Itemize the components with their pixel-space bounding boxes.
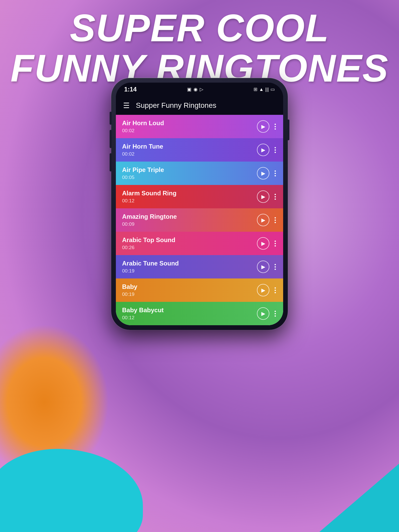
dot — [275, 287, 276, 289]
phone-frame: 1:14 ▣ ◉ ▷ ⊞ ▲ ||| ▭ ☰ Supper Funny Ring… — [111, 78, 288, 330]
ringtone-item-2[interactable]: Air Horn Tune 00:02 ▶ — [116, 138, 283, 162]
dot — [275, 266, 276, 268]
ringtone-item-1[interactable]: Air Horn Loud 00:02 ▶ — [116, 115, 283, 138]
play-button-9[interactable]: ▶ — [257, 307, 269, 320]
dot — [275, 152, 276, 153]
app-toolbar: ☰ Supper Funny Ringtones — [116, 96, 283, 115]
dot — [275, 194, 276, 195]
hero-title: SUPER COOL FUNNY RINGTONES — [0, 8, 399, 89]
dot — [275, 311, 276, 312]
camera-icon: ◉ — [194, 87, 198, 92]
ringtone-item-7[interactable]: Arabic Tune Sound 00:19 ▶ — [116, 255, 283, 278]
dot — [275, 170, 276, 172]
phone-volume-down — [110, 153, 112, 171]
more-button-6[interactable] — [274, 240, 277, 248]
sim-icon: ⊞ — [254, 87, 257, 92]
dot — [275, 269, 276, 270]
ringtone-duration-8: 00:19 — [122, 291, 257, 297]
dot — [275, 222, 276, 223]
ringtone-name-9: Baby Babycut — [122, 307, 257, 314]
ringtone-actions-1: ▶ — [257, 120, 277, 133]
phone-volume-up — [110, 130, 112, 148]
ringtone-item-8[interactable]: Baby 00:19 ▶ — [116, 278, 283, 302]
status-right-icons: ⊞ ▲ ||| ▭ — [254, 87, 275, 92]
dot — [275, 124, 276, 125]
ringtone-name-7: Arabic Tune Sound — [122, 260, 257, 267]
ringtone-info-5: Amazing Ringtone 00:09 — [122, 213, 257, 227]
ringtone-actions-8: ▶ — [257, 284, 277, 296]
play-button-7[interactable]: ▶ — [257, 261, 269, 273]
ringtone-duration-6: 00:26 — [122, 245, 257, 250]
ringtone-actions-3: ▶ — [257, 167, 277, 179]
ringtone-actions-5: ▶ — [257, 214, 277, 226]
ringtone-duration-2: 00:02 — [122, 151, 257, 157]
more-button-2[interactable] — [274, 146, 277, 154]
play-button-2[interactable]: ▶ — [257, 144, 269, 156]
ringtone-info-6: Arabic Top Sound 00:26 — [122, 236, 257, 250]
phone-power-button — [287, 119, 289, 140]
more-button-3[interactable] — [274, 169, 277, 177]
signal-icon: ||| — [265, 87, 269, 92]
dot — [275, 241, 276, 242]
more-button-1[interactable] — [274, 123, 277, 131]
ringtone-info-1: Air Horn Loud 00:02 — [122, 119, 257, 134]
ringtone-list: Air Horn Loud 00:02 ▶ Air Horn — [116, 115, 283, 325]
ringtone-actions-9: ▶ — [257, 307, 277, 320]
dot — [275, 315, 276, 317]
ringtone-actions-7: ▶ — [257, 261, 277, 273]
cast-icon: ▷ — [200, 87, 203, 92]
app-bar-title: Supper Funny Ringtones — [136, 101, 216, 110]
ringtone-item-4[interactable]: Alarm Sound Ring 00:12 ▶ — [116, 185, 283, 208]
wifi-icon: ▲ — [259, 87, 264, 92]
status-left-icons: ▣ ◉ ▷ — [187, 87, 203, 92]
title-line1: SUPER COOL — [0, 8, 399, 48]
dot — [275, 147, 276, 148]
ringtone-actions-6: ▶ — [257, 237, 277, 250]
ringtone-duration-7: 00:19 — [122, 268, 257, 274]
dot — [275, 220, 276, 221]
dot — [275, 292, 276, 293]
ringtone-info-9: Baby Babycut 00:12 — [122, 307, 257, 321]
ringtone-duration-1: 00:02 — [122, 128, 257, 134]
phone-volume-silent — [110, 112, 112, 125]
dot — [275, 175, 276, 176]
play-button-4[interactable]: ▶ — [257, 190, 269, 203]
ringtone-item-6[interactable]: Arabic Top Sound 00:26 ▶ — [116, 232, 283, 255]
play-button-8[interactable]: ▶ — [257, 284, 269, 296]
dot — [275, 196, 276, 197]
menu-icon[interactable]: ☰ — [123, 101, 130, 110]
phone-screen: 1:14 ▣ ◉ ▷ ⊞ ▲ ||| ▭ ☰ Supper Funny Ring… — [116, 83, 283, 325]
more-button-4[interactable] — [274, 193, 277, 201]
dot — [275, 128, 276, 130]
ringtone-info-4: Alarm Sound Ring 00:12 — [122, 190, 257, 204]
dot — [275, 243, 276, 244]
dot — [275, 313, 276, 314]
ringtone-info-8: Baby 00:19 — [122, 283, 257, 297]
ringtone-item-3[interactable]: Air Pipe Triple 00:05 ▶ — [116, 162, 283, 185]
ringtone-info-7: Arabic Tune Sound 00:19 — [122, 260, 257, 274]
ringtone-name-5: Amazing Ringtone — [122, 213, 257, 220]
play-button-3[interactable]: ▶ — [257, 167, 269, 179]
ringtone-item-5[interactable]: Amazing Ringtone 00:09 ▶ — [116, 208, 283, 232]
more-button-5[interactable] — [274, 216, 277, 224]
ringtone-name-6: Arabic Top Sound — [122, 236, 257, 244]
dot — [275, 173, 276, 174]
ringtone-name-2: Air Horn Tune — [122, 143, 257, 150]
ringtone-item-9[interactable]: Baby Babycut 00:12 ▶ — [116, 302, 283, 325]
more-button-8[interactable] — [274, 286, 277, 294]
ringtone-name-3: Air Pipe Triple — [122, 166, 257, 174]
more-button-7[interactable] — [274, 263, 277, 271]
dot — [275, 245, 276, 247]
dot — [275, 198, 276, 200]
more-button-9[interactable] — [274, 310, 277, 318]
phone-mockup: 1:14 ▣ ◉ ▷ ⊞ ▲ ||| ▭ ☰ Supper Funny Ring… — [111, 78, 288, 330]
dot — [275, 217, 276, 218]
ringtone-duration-3: 00:05 — [122, 175, 257, 180]
ringtone-duration-4: 00:12 — [122, 198, 257, 204]
play-button-5[interactable]: ▶ — [257, 214, 269, 226]
ringtone-name-4: Alarm Sound Ring — [122, 190, 257, 197]
dot — [275, 264, 276, 265]
play-button-1[interactable]: ▶ — [257, 120, 269, 133]
ringtone-actions-2: ▶ — [257, 144, 277, 156]
play-button-6[interactable]: ▶ — [257, 237, 269, 250]
